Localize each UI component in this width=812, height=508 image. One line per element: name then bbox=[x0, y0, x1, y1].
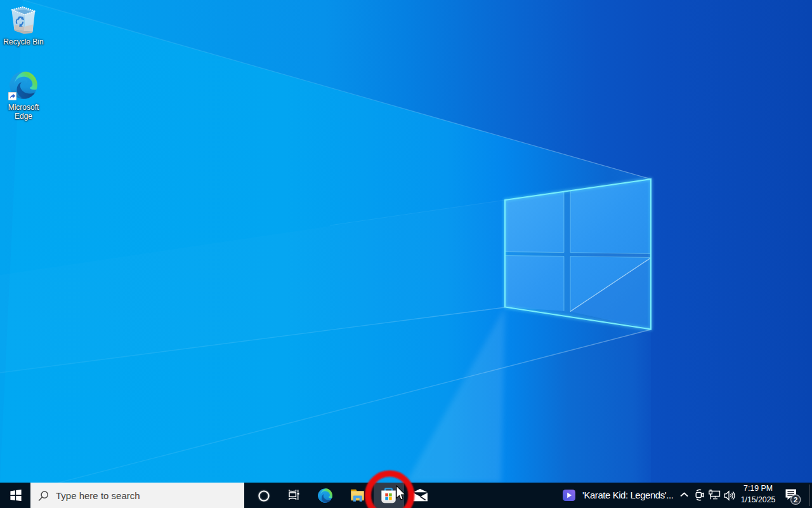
svg-text:2: 2 bbox=[794, 496, 797, 504]
